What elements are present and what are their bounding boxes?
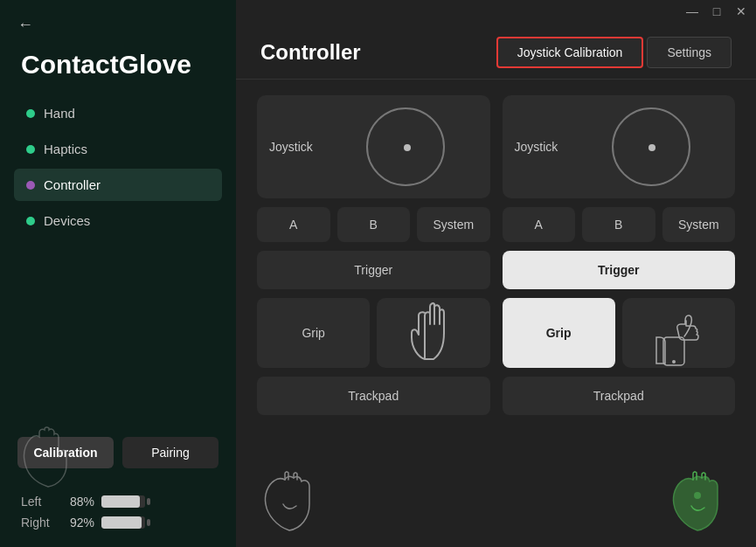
- bottom-right-illustration: [661, 469, 735, 538]
- left-grip-card[interactable]: Grip: [257, 298, 370, 368]
- bottom-left-illustration: [257, 469, 323, 538]
- left-joystick-card: Joystick: [257, 95, 490, 198]
- left-btn-a[interactable]: A: [257, 207, 330, 242]
- battery-left-row: Left 88%: [21, 495, 215, 509]
- battery-right-pct: 92%: [63, 516, 94, 530]
- sidebar-item-devices-label: Devices: [44, 213, 90, 228]
- sidebar-item-haptics-label: Haptics: [44, 142, 87, 156]
- page-title: Controller: [260, 40, 361, 65]
- right-trackpad-card[interactable]: Trackpad: [503, 377, 736, 415]
- right-joystick-label: Joystick: [515, 140, 567, 154]
- app-title: ContactGlove: [0, 43, 236, 97]
- tab-settings[interactable]: Settings: [647, 37, 732, 68]
- back-button[interactable]: ←: [0, 0, 236, 43]
- devices-dot: [26, 217, 35, 225]
- sidebar-item-hand-label: Hand: [44, 106, 75, 121]
- left-joystick-label: Joystick: [269, 140, 322, 154]
- battery-right-label: Right: [21, 516, 56, 530]
- right-thumb-up-icon: [648, 298, 709, 368]
- right-joystick-circle[interactable]: [612, 107, 690, 186]
- right-btn-a[interactable]: A: [503, 207, 576, 242]
- window-titlebar: — □ ✕: [236, 0, 756, 17]
- sidebar-item-controller[interactable]: Controller: [14, 169, 222, 201]
- main-tabs: Joystick Calibration Settings: [493, 37, 732, 68]
- right-btn-system[interactable]: System: [662, 207, 736, 242]
- battery-right-fill: [101, 516, 142, 529]
- battery-right-bar-wrap: [101, 516, 150, 529]
- right-grip-card[interactable]: Grip: [503, 298, 615, 368]
- main-content: — □ ✕ Controller Joystick Calibration Se…: [236, 0, 756, 547]
- left-hand-illustration: [17, 426, 79, 495]
- left-trigger-card[interactable]: Trigger: [257, 251, 490, 289]
- sidebar-item-hand[interactable]: Hand: [14, 97, 222, 129]
- battery-left-pct: 88%: [63, 495, 94, 509]
- controller-dot: [26, 181, 35, 190]
- sidebar-nav: Hand Haptics Controller Devices: [0, 97, 236, 425]
- right-controller-section: Joystick A B System Trigger Grip: [503, 95, 736, 453]
- battery-left-fill: [101, 495, 140, 508]
- battery-right-row: Right 92%: [21, 516, 215, 530]
- svg-point-1: [672, 360, 676, 364]
- right-joystick-dot: [648, 144, 655, 151]
- battery-right-tip: [147, 519, 150, 526]
- right-hand-card: [622, 298, 735, 368]
- battery-left-label: Left: [21, 495, 56, 509]
- right-joystick-wrap: [579, 107, 724, 186]
- maximize-button[interactable]: □: [711, 5, 723, 17]
- minimize-button[interactable]: —: [686, 5, 698, 17]
- tab-joystick-calibration[interactable]: Joystick Calibration: [496, 37, 644, 68]
- left-controller-section: Joystick A B System Trigger Grip: [257, 95, 490, 453]
- left-joystick-circle[interactable]: [366, 107, 445, 186]
- controller-grid: Joystick A B System Trigger Grip: [236, 80, 756, 468]
- close-button[interactable]: ✕: [735, 5, 747, 17]
- battery-left-bar-wrap: [101, 495, 150, 508]
- left-trackpad-card[interactable]: Trackpad: [257, 377, 490, 415]
- battery-left-tip: [147, 498, 150, 505]
- sidebar-item-devices[interactable]: Devices: [14, 204, 222, 237]
- left-open-hand-icon: [403, 298, 464, 368]
- left-grip-row: Grip: [257, 298, 490, 368]
- sidebar-item-haptics[interactable]: Haptics: [14, 133, 222, 165]
- sidebar-item-controller-label: Controller: [44, 177, 101, 192]
- left-joystick-wrap: [334, 107, 478, 186]
- main-header: Controller Joystick Calibration Settings: [236, 17, 756, 80]
- hand-dot: [26, 109, 35, 118]
- left-hand-card: [377, 298, 489, 368]
- left-joystick-dot: [404, 144, 411, 151]
- right-joystick-card: Joystick: [503, 95, 736, 198]
- left-buttons-row: A B System: [257, 207, 490, 242]
- battery-right-bg: [101, 516, 145, 529]
- bottom-illustrations: [236, 468, 756, 547]
- right-grip-row: Grip: [503, 298, 736, 368]
- right-trigger-card[interactable]: Trigger: [503, 251, 736, 289]
- pairing-button[interactable]: Pairing: [122, 437, 218, 468]
- haptics-dot: [26, 145, 35, 154]
- svg-point-2: [694, 492, 701, 499]
- right-buttons-row: A B System: [503, 207, 736, 242]
- sidebar: ← ContactGlove Hand Haptics Controller D…: [0, 0, 236, 547]
- left-btn-system[interactable]: System: [417, 207, 490, 242]
- right-btn-b[interactable]: B: [582, 207, 655, 242]
- left-btn-b[interactable]: B: [337, 207, 411, 242]
- battery-left-bg: [101, 495, 145, 508]
